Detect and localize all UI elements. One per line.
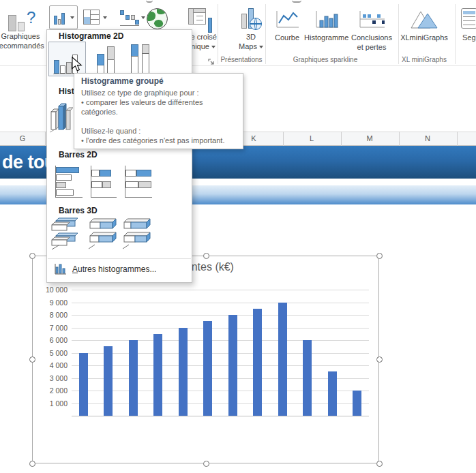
menu-item-stacked-bar[interactable] <box>90 166 120 198</box>
insert-column-chart-button[interactable] <box>49 5 78 29</box>
column-header-M[interactable]: M <box>359 134 380 142</box>
chart-selection-handle[interactable] <box>203 461 209 467</box>
chart-selection-handle[interactable] <box>29 356 35 363</box>
chart-bar-Août[interactable] <box>253 309 262 416</box>
group-separator <box>265 4 266 64</box>
slicer-icon <box>461 8 476 29</box>
chart-selection-handle[interactable] <box>29 253 35 259</box>
menu-item-stacked-column[interactable] <box>91 42 124 76</box>
chart-bar-Juin[interactable] <box>203 321 212 416</box>
tab-row-fragment <box>146 0 153 3</box>
chart-selection-handle[interactable] <box>203 253 209 259</box>
chart-selection-handle[interactable] <box>376 253 383 259</box>
column-header-L[interactable]: L <box>301 134 322 142</box>
group-separator <box>398 4 399 64</box>
mountains-icon <box>410 7 438 33</box>
insert-map-chart-button[interactable] <box>146 7 169 31</box>
menu-separator <box>48 258 191 259</box>
menu-header-bars2d: Barres 2D <box>59 150 98 159</box>
group-label-presentations: Présentations <box>217 56 266 63</box>
sparkline-line-button[interactable]: Courbe <box>271 8 303 50</box>
column-header-N[interactable]: N <box>417 134 438 142</box>
more-histograms-label: Autres histogrammes... <box>72 264 156 274</box>
y-axis-tick-label: 3 000 <box>35 374 68 382</box>
chart-bar-Janvier[interactable] <box>79 353 88 416</box>
chevron-down-icon <box>141 16 145 19</box>
chart-gridline <box>72 340 369 341</box>
maps-3d-icon <box>240 7 263 31</box>
chart-gridline <box>72 328 369 329</box>
y-axis-tick-label: 8 000 <box>35 311 68 319</box>
menu-item-3d-stacked-bar[interactable] <box>87 217 119 254</box>
recommended-charts-icon: ? <box>7 10 40 33</box>
chart-bar-Décembre[interactable] <box>353 391 361 416</box>
recommended-charts-label-line1: Graphiques <box>0 31 53 41</box>
chart-bar-Février[interactable] <box>104 346 113 416</box>
column-header-border <box>399 132 400 146</box>
column-chart-icon <box>54 10 69 25</box>
chart-bar-Septembre[interactable] <box>278 303 287 416</box>
y-axis-tick-label: 10 000 <box>35 286 68 294</box>
mini-column-chart-icon <box>55 263 67 277</box>
sparkline-line-label: Courbe <box>271 33 303 42</box>
y-axis-tick-label: 1 000 <box>35 399 68 408</box>
chart-bar-Mars[interactable] <box>129 340 138 416</box>
chevron-down-icon <box>103 16 107 19</box>
xlminigraphs-button[interactable]: XLminiGraphs <box>402 5 446 50</box>
x-axis-line <box>72 416 369 416</box>
waterfall-icon <box>120 10 139 26</box>
menu-item-more-histograms[interactable]: Autres histogrammes... <box>48 261 191 279</box>
sparkline-column-button[interactable]: Histogramme <box>304 8 348 50</box>
slicer-button[interactable]: Seg <box>460 7 476 50</box>
chart-bar-Octobre[interactable] <box>303 340 312 416</box>
chart-gridline <box>72 403 369 404</box>
chart-selection-handle[interactable] <box>29 461 35 467</box>
sparkline-line-icon <box>274 10 300 33</box>
y-axis-tick-label: 9 000 <box>35 299 68 307</box>
chart-bar-Juillet[interactable] <box>228 315 237 416</box>
sparkline-winloss-label-line1: Conclusions <box>351 33 393 42</box>
menu-item-3d-clustered-bar[interactable] <box>50 217 82 254</box>
dialog-launcher-icon[interactable] <box>208 56 215 63</box>
tab-row-fragment <box>292 0 301 3</box>
menu-item-100-stacked-bar[interactable] <box>124 166 154 198</box>
chart-gridline <box>72 378 369 379</box>
chart-selection-handle[interactable] <box>376 461 383 467</box>
chevron-down-icon <box>70 16 74 19</box>
group-label-sparkline: Graphiques sparkline <box>284 56 366 63</box>
slicer-label: Seg <box>460 33 476 42</box>
column-header-border <box>283 132 284 146</box>
recommended-charts-label-line2: recommandés <box>0 41 53 50</box>
column-header-K[interactable]: K <box>243 134 264 142</box>
chart-bar-Novembre[interactable] <box>328 371 337 416</box>
menu-header-bars3d: Barres 3D <box>59 206 98 215</box>
column-header-border <box>457 132 458 146</box>
chart-selection-handle[interactable] <box>376 356 383 363</box>
screentip-line: • l'ordre des catégories n'est pas impor… <box>81 136 224 144</box>
menu-item-clustered-bar[interactable] <box>55 166 85 198</box>
insert-statistic-chart-button[interactable] <box>119 7 149 30</box>
y-axis-tick-label: 7 000 <box>35 324 68 332</box>
sparkline-column-label: Histogramme <box>304 33 348 42</box>
insert-hierarchy-chart-button[interactable] <box>82 7 110 30</box>
screentip-line: catégories. <box>81 108 118 116</box>
group-separator <box>455 4 456 64</box>
mouse-cursor-icon <box>72 57 84 76</box>
sparkline-winloss-button[interactable]: Conclusions et pertes <box>351 8 393 61</box>
chart-gridline <box>72 290 369 290</box>
chart-gridline <box>72 353 369 354</box>
menu-item-3d-100-stacked-bar[interactable] <box>121 217 153 254</box>
chart-gridline <box>72 391 369 391</box>
xlminigraphs-label: XLminiGraphs <box>400 33 449 42</box>
chart-bar-Avril[interactable] <box>153 334 162 416</box>
chevron-down-icon <box>211 46 215 48</box>
y-axis-tick-label: 2 000 <box>35 386 68 395</box>
recommended-charts-button[interactable]: ? Graphiques recommandés <box>0 5 53 64</box>
menu-item-100-stacked-column[interactable] <box>125 42 158 76</box>
sparkline-winloss-icon <box>357 10 386 33</box>
treemap-icon <box>83 10 100 25</box>
menu-item-3d-column[interactable] <box>49 100 74 138</box>
chart-gridline <box>72 303 369 303</box>
column-header-G[interactable]: G <box>12 134 33 142</box>
chart-bar-Mai[interactable] <box>179 328 188 416</box>
